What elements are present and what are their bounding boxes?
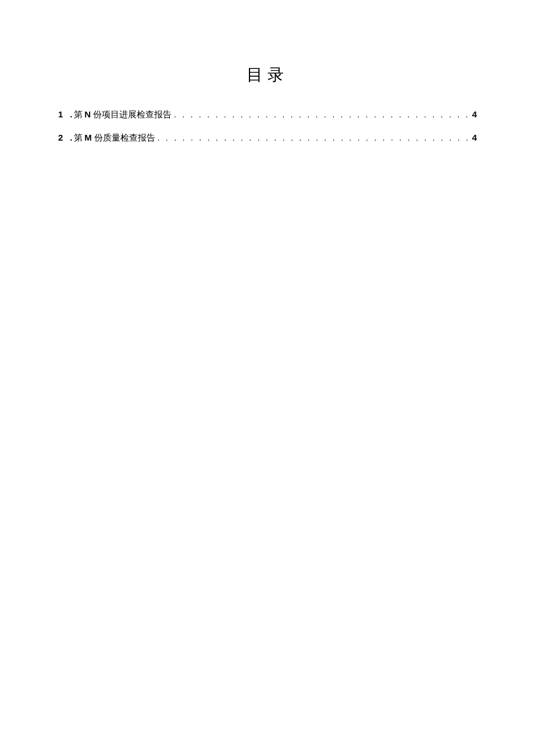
toc-entry-leader: . . . . . . . . . . . . . . . . . . . . … (172, 108, 472, 120)
toc-title: 目录 (58, 64, 477, 86)
toc-entry-number: 2 (58, 131, 63, 144)
toc-entry: 1 . 第 N 份项目进展检查报告 . . . . . . . . . . . … (58, 108, 477, 121)
toc-entry-leader: . . . . . . . . . . . . . . . . . . . . … (155, 131, 472, 144)
toc-list: 1 . 第 N 份项目进展检查报告 . . . . . . . . . . . … (58, 108, 477, 144)
toc-entry-number: 1 (58, 108, 63, 120)
toc-entry-text: 第 N 份项目进展检查报告 (74, 108, 172, 121)
toc-entry-dot: . (70, 108, 72, 120)
toc-entry-page: 4 (472, 108, 477, 120)
toc-entry-dot: . (70, 131, 72, 144)
document-page: 目录 1 . 第 N 份项目进展检查报告 . . . . . . . . . .… (0, 0, 535, 144)
toc-entry-page: 4 (472, 131, 477, 144)
toc-entry: 2 . 第 M 份质量检查报告 . . . . . . . . . . . . … (58, 131, 477, 144)
toc-entry-text: 第 M 份质量检查报告 (74, 131, 155, 144)
